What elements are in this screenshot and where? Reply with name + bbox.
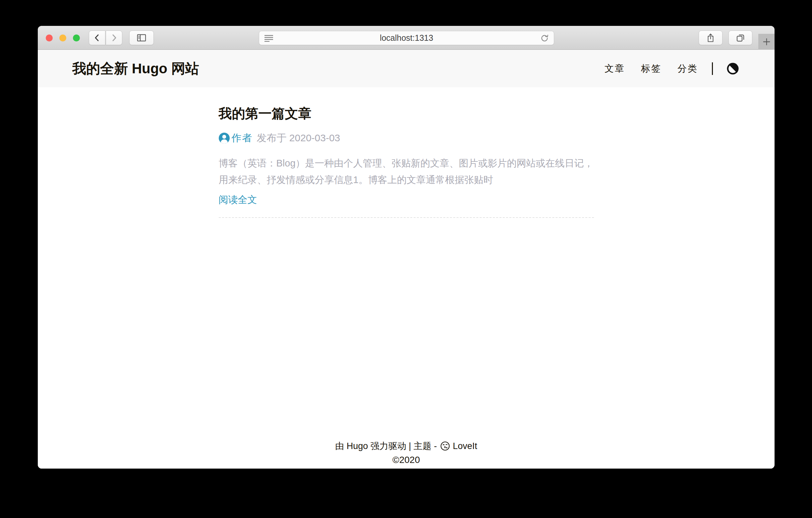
empty-space bbox=[38, 218, 775, 440]
zoom-window-button[interactable] bbox=[73, 34, 80, 42]
footer-powered-by: 由 Hugo 强力驱动 | 主题 - LoveIt bbox=[38, 440, 775, 452]
publish-date: 发布于 2020-03-03 bbox=[257, 131, 340, 145]
chevron-left-icon bbox=[92, 33, 102, 43]
theme-adjust-icon bbox=[726, 62, 740, 76]
footer-copyright: ©2020 bbox=[38, 455, 775, 465]
show-all-tabs-button[interactable] bbox=[728, 30, 752, 45]
reader-view-icon[interactable] bbox=[264, 34, 273, 42]
forward-button[interactable] bbox=[106, 30, 122, 45]
site-nav: 文章 标签 分类 bbox=[589, 61, 740, 76]
minimize-window-button[interactable] bbox=[59, 34, 66, 42]
theme-name: LoveIt bbox=[453, 441, 477, 451]
nav-item-posts[interactable]: 文章 bbox=[605, 62, 625, 75]
back-button[interactable] bbox=[89, 30, 106, 45]
author-name: 作者 bbox=[232, 131, 253, 145]
url-text[interactable]: localhost:1313 bbox=[273, 33, 540, 43]
sidebar-icon bbox=[136, 33, 147, 43]
new-tab-button[interactable] bbox=[758, 34, 775, 50]
theme-link[interactable]: LoveIt bbox=[437, 441, 477, 451]
site-header: 我的全新 Hugo 网站 文章 标签 分类 bbox=[38, 50, 775, 87]
theme-toggle-button[interactable] bbox=[725, 61, 740, 76]
browser-window: localhost:1313 bbox=[38, 26, 775, 469]
sidebar-toggle-button[interactable] bbox=[129, 30, 154, 45]
site-footer: 由 Hugo 强力驱动 | 主题 - LoveIt ©2020 bbox=[38, 440, 775, 469]
chevron-right-icon bbox=[109, 33, 119, 43]
browser-toolbar: localhost:1313 bbox=[38, 26, 775, 50]
footer-powered-text: 由 Hugo 强力驱动 | 主题 - bbox=[335, 440, 437, 452]
post-meta: 作者 发布于 2020-03-03 bbox=[219, 131, 594, 145]
refresh-icon[interactable] bbox=[540, 33, 549, 43]
post-summary-text: 博客（英语：Blog）是一种由个人管理、张贴新的文章、图片或影片的网站或在线日记… bbox=[219, 155, 594, 188]
close-window-button[interactable] bbox=[46, 34, 53, 42]
post-summary-card: 我的第一篇文章 作者 发布于 2020-03-03 博客（英语：Bl bbox=[219, 87, 594, 218]
nav-item-categories[interactable]: 分类 bbox=[677, 62, 698, 75]
share-icon bbox=[706, 33, 715, 43]
post-title-link[interactable]: 我的第一篇文章 bbox=[219, 105, 594, 123]
main-content: 我的第一篇文章 作者 发布于 2020-03-03 博客（英语：Bl bbox=[38, 87, 775, 469]
nav-item-tags[interactable]: 标签 bbox=[641, 62, 662, 75]
nav-divider bbox=[712, 62, 713, 75]
tabs-icon bbox=[735, 33, 745, 43]
user-avatar-icon bbox=[219, 133, 232, 144]
author-link[interactable]: 作者 bbox=[219, 131, 253, 145]
share-button[interactable] bbox=[699, 30, 723, 45]
address-bar[interactable]: localhost:1313 bbox=[259, 31, 554, 45]
plus-icon bbox=[762, 37, 771, 47]
read-more-link[interactable]: 阅读全文 bbox=[219, 193, 257, 207]
loveit-kiss-face-icon bbox=[437, 441, 453, 451]
site-title-link[interactable]: 我的全新 Hugo 网站 bbox=[72, 59, 199, 78]
